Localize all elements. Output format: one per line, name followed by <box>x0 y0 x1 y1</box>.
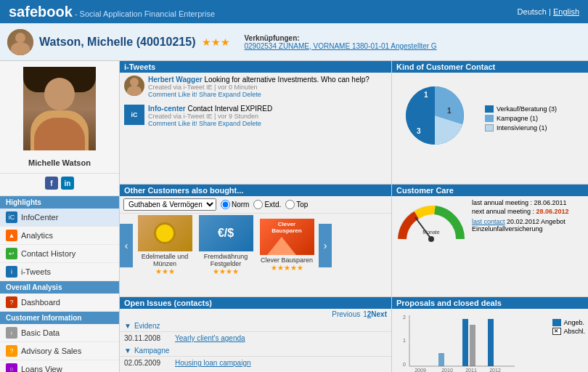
next-annual-date: 28.06.2012 <box>536 208 569 215</box>
tweet-meta-1: Created via i-Tweet IE | vor 0 Minuten <box>148 84 387 91</box>
sidebar-label-advisory: Advisory & Sales <box>21 347 81 355</box>
contact-panel: Kind of Customer Contact <box>392 61 588 184</box>
tweet-delete-2[interactable]: Delete <box>242 120 261 127</box>
customer-stars: ★★★ <box>202 36 230 48</box>
svg-text:1: 1 <box>424 91 428 99</box>
tweet-item-2: iC Info-center Contact Interval EXPIRED … <box>120 102 391 131</box>
group-arrow-kampagne: ▼ <box>124 347 131 355</box>
tweet-delete-1[interactable]: Delete <box>242 91 261 98</box>
legend-color-abschluss: ✕ <box>552 328 561 335</box>
sidebar-label-infocenter: InfoCenter <box>21 213 58 222</box>
radio-norm[interactable]: Norm <box>221 200 249 209</box>
products-prev-arrow[interactable]: ‹ <box>120 224 133 267</box>
profile-photo <box>23 67 96 150</box>
sidebar-profile: Michelle Watson f in <box>0 61 119 196</box>
svg-rect-15 <box>438 353 444 366</box>
sidebar-item-analytics[interactable]: ▲ Analytics <box>0 227 119 245</box>
last-contact-link[interactable]: last contact <box>472 218 505 225</box>
tweet-avatar-2: iC <box>124 105 144 125</box>
legend-item-verkauf: Verkauf/Beratung (3) <box>485 105 557 113</box>
sidebar-item-contact-history[interactable]: ↩ Contact History <box>0 245 119 263</box>
product-stars-0: ★★★ <box>136 267 194 275</box>
legend-color-angebot <box>552 319 561 326</box>
other-customers-panel: Other Customers also bought... Guthaben … <box>120 185 392 296</box>
lang-deutsch[interactable]: Deutsch <box>518 7 547 16</box>
issue-title-0[interactable]: Yearly client's agenda <box>175 334 387 342</box>
legend-color-intensivierung <box>485 124 494 132</box>
pagination-prev[interactable]: Previous <box>332 310 360 318</box>
customer-avatar-small <box>7 29 33 55</box>
other-customers-filter[interactable]: Guthaben & Vermögen <box>123 198 216 211</box>
legend-label-angebot: Angeb. <box>563 319 584 326</box>
chart-legend: Angeb. ✕ Abschl. <box>552 312 585 372</box>
gauge-container: Monate <box>395 199 467 250</box>
svg-text:2: 2 <box>403 315 406 320</box>
other-customers-toolbar: Guthaben & Vermögen Norm Extd. <box>120 196 391 214</box>
proposals-chart-area: 2 1 0 2009 2010 <box>392 309 588 372</box>
legend-color-kampagne <box>485 115 494 122</box>
tweet-actions-2: Comment Like it! Share Expand Delete <box>148 120 387 127</box>
sidebar: Michelle Watson f in Highlights iC InfoC… <box>0 61 120 372</box>
linkedin-button[interactable]: in <box>61 177 74 190</box>
svg-text:3: 3 <box>417 127 421 135</box>
facebook-button[interactable]: f <box>45 177 58 190</box>
tweet-like-2[interactable]: Like it! <box>179 120 197 127</box>
product-card-2[interactable]: CleverBausparen Clever Bausparen ★★★★★ <box>258 219 316 272</box>
radio-top[interactable]: Top <box>285 200 308 209</box>
tweet-share-1[interactable]: Share <box>199 91 216 98</box>
tweet-actions-1: Comment Like it! Share Expand Delete <box>148 91 387 98</box>
tweet-expand-2[interactable]: Expand <box>219 120 241 127</box>
legend-item-intensivierung: Intensivierung (1) <box>485 124 557 132</box>
issue-date-1: 02.05.2009 <box>124 359 175 367</box>
group-arrow-evidenz: ▼ <box>124 322 131 330</box>
tweet-comment-1[interactable]: Comment <box>148 91 176 98</box>
sidebar-item-infocenter[interactable]: iC InfoCenter <box>0 209 119 227</box>
tweet-share-2[interactable]: Share <box>199 120 216 127</box>
care-info: last annual meeting : 28.06.2011 next an… <box>472 199 585 232</box>
issue-group-evidenz[interactable]: ▼ Evidenz <box>120 320 391 332</box>
lang-english[interactable]: English <box>553 7 579 16</box>
tweet-avatar-1 <box>124 76 144 96</box>
sidebar-item-loans[interactable]: ○ Loans View <box>0 360 119 372</box>
tweet-content-2: Info-center Contact Interval EXPIRED Cre… <box>148 105 387 127</box>
sidebar-item-itweets[interactable]: i i-Tweets <box>0 263 119 281</box>
svg-text:Monate: Monate <box>422 230 439 235</box>
sidebar-item-dashboard[interactable]: ? Dashboard <box>0 294 119 312</box>
tweet-comment-2[interactable]: Comment <box>148 120 176 127</box>
highlights-header: Highlights <box>0 196 119 209</box>
contact-chart-area: 1 1 3 Verkauf/Beratung (3) Kampagne (1) <box>392 73 588 166</box>
svg-text:0: 0 <box>403 362 406 367</box>
sidebar-item-basic-data[interactable]: i Basic Data <box>0 324 119 342</box>
contact-history-icon: ↩ <box>6 248 17 259</box>
infocenter-icon: iC <box>6 211 17 223</box>
svg-text:2011: 2011 <box>465 368 477 372</box>
itweets-icon: i <box>6 266 17 278</box>
sidebar-label-basic-data: Basic Data <box>21 328 60 337</box>
radio-extd[interactable]: Extd. <box>253 200 281 209</box>
svg-text:2010: 2010 <box>441 368 453 372</box>
product-name-0: Edelmetalle und Münzen <box>136 253 194 267</box>
issue-group-kampagne[interactable]: ▼ Kampagne <box>120 345 391 357</box>
product-card-0[interactable]: Edelmetalle und Münzen ★★★ <box>136 215 194 275</box>
pie-chart-svg: 1 1 3 <box>395 76 475 155</box>
issues-pagination: Previous 1 2 Next <box>120 309 391 320</box>
gauge-area: Monate last annual meeting : 28.06.2011 … <box>392 196 588 253</box>
itweets-panel: i-Tweets Herbert Wagger Looking for alte… <box>120 61 392 184</box>
gauge-svg: Monate <box>395 199 467 246</box>
content-area: i-Tweets Herbert Wagger Looking for alte… <box>120 61 588 372</box>
tweet-like-1[interactable]: Like it! <box>179 91 197 98</box>
product-card-1[interactable]: €/$ Fremdwährung Festgelder ★★★★ <box>197 215 255 275</box>
language-selector: Deutsch | English <box>518 7 579 16</box>
pagination-next[interactable]: Next <box>371 310 387 318</box>
issue-title-1[interactable]: Housing loan campaign <box>175 359 387 367</box>
sidebar-item-advisory[interactable]: ? Advisory & Sales <box>0 342 119 360</box>
verknupfungen-link[interactable]: 02902534 ZUNAME, VORNAME 1380-01-01 Ange… <box>245 42 437 50</box>
customer-information-header: Customer Information <box>0 312 119 324</box>
proposals-panel: Proposals and closed deals 2 1 0 <box>392 297 588 372</box>
open-issues-panel: Open Issues (contacts) Previous 1 2 Next… <box>120 297 392 372</box>
products-next-arrow[interactable]: › <box>319 224 332 267</box>
last-contact-date: 20.02.2012 <box>507 218 539 225</box>
customer-care-header: Customer Care <box>392 185 588 196</box>
tweet-expand-1[interactable]: Expand <box>219 91 241 98</box>
sidebar-label-itweets: i-Tweets <box>21 267 51 276</box>
